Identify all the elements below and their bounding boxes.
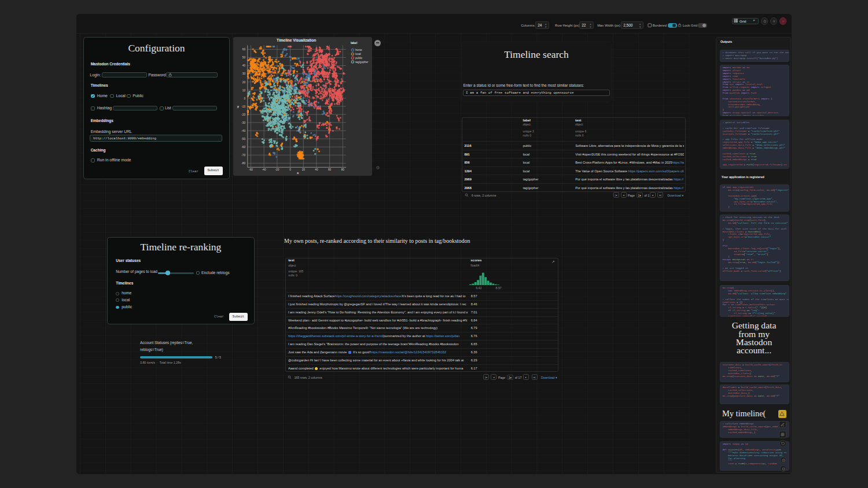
svg-text:40: 40 [315, 168, 318, 171]
svg-text:40: 40 [242, 64, 246, 67]
svg-text:label: label [351, 41, 358, 45]
svg-text:tag/gopher: tag/gopher [355, 61, 369, 64]
svg-text:-40: -40 [262, 168, 266, 171]
svg-text:public: public [355, 57, 363, 60]
svg-text:0: 0 [289, 168, 291, 171]
svg-text:local: local [355, 53, 361, 56]
svg-text:-50: -50 [241, 138, 245, 141]
svg-text:y: y [237, 105, 240, 108]
svg-text:-20: -20 [241, 113, 245, 116]
svg-text:-20: -20 [275, 168, 279, 171]
svg-text:10: 10 [242, 89, 246, 92]
svg-text:20: 20 [302, 168, 306, 171]
svg-text:x: x [297, 171, 299, 175]
svg-text:80: 80 [341, 168, 345, 171]
svg-text:home: home [355, 49, 362, 51]
svg-text:-60: -60 [241, 146, 245, 149]
svg-text:-10: -10 [241, 105, 245, 108]
svg-text:-80: -80 [241, 162, 245, 165]
svg-text:60: 60 [242, 48, 246, 51]
svg-text:50: 50 [242, 56, 246, 59]
svg-text:0: 0 [244, 97, 245, 100]
svg-text:-60: -60 [249, 168, 253, 171]
svg-text:20: 20 [242, 81, 246, 84]
svg-text:-70: -70 [241, 154, 245, 157]
svg-text:-40: -40 [241, 130, 245, 132]
svg-text:30: 30 [242, 72, 246, 75]
svg-text:60: 60 [328, 168, 332, 171]
svg-text:-30: -30 [241, 121, 245, 124]
